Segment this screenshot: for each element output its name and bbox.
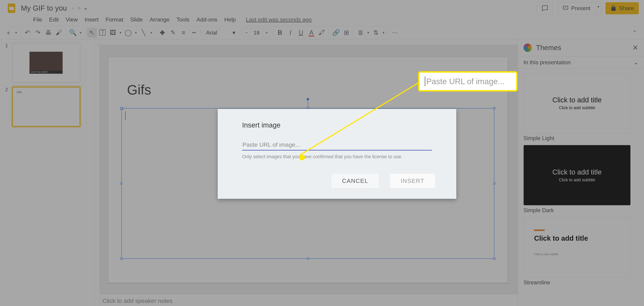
insert-button[interactable]: INSERT [390, 174, 436, 188]
callout-text: Paste URL of image... [426, 77, 504, 86]
callout-line [299, 80, 422, 159]
cancel-button[interactable]: CANCEL [331, 174, 379, 188]
callout-dot [299, 155, 305, 160]
svg-line-3 [299, 82, 420, 156]
callout-zoom: Paste URL of image... [418, 71, 518, 91]
